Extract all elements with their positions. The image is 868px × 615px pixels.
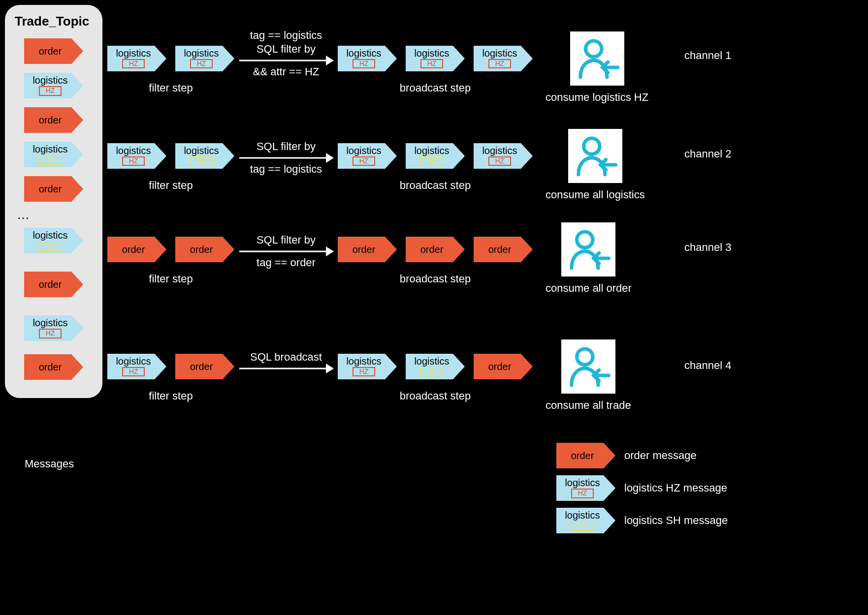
r2-bt2: logisticsSH — [406, 143, 465, 169]
r1-bt3: logisticsHZ — [474, 46, 533, 71]
r2-t2: logisticsSH — [175, 143, 234, 169]
tag-label: logistics — [32, 144, 67, 154]
tag-label: logistics — [32, 318, 67, 328]
r2-user: consume all logistics — [546, 129, 645, 202]
user-icon — [570, 31, 624, 86]
topic-title: Trade_Topic — [12, 14, 89, 29]
r1-user: consume logistics HZ — [546, 31, 648, 104]
tag-label: logistics — [32, 230, 67, 240]
r4-bt2: logisticsSH — [406, 354, 465, 379]
tag-label: order — [39, 46, 62, 56]
r3-bt1: order — [338, 237, 397, 262]
row-1: logisticsHZ logisticsHZ filter step SQL … — [107, 31, 648, 104]
ch4-label: channel 4 — [684, 359, 731, 372]
ch2-label: channel 2 — [684, 148, 731, 160]
ch1-label: channel 1 — [684, 49, 731, 62]
tag-label: order — [39, 362, 62, 372]
ellipsis: … — [12, 207, 30, 222]
svg-point-26 — [577, 232, 593, 247]
row1-broadcast-group: logisticsHZ logisticsHZ logisticsHZ broa… — [338, 41, 533, 94]
tag-sub: HZ — [39, 329, 62, 338]
messages-label: Messages — [25, 458, 74, 470]
topic-tag-logistics-sh-2: logisticsSH — [24, 228, 83, 253]
row-2: logisticsHZ logisticsSH filter step SQL … — [107, 129, 645, 202]
tag-label: logistics — [32, 75, 67, 85]
topic-tag-order-1: order — [24, 38, 83, 64]
r1-bt1: logisticsHZ — [338, 46, 397, 71]
ch3-label: channel 3 — [684, 241, 731, 254]
r1-bt2: logisticsHZ — [406, 46, 465, 71]
svg-point-20 — [583, 138, 599, 154]
r1-t1: logisticsHZ — [107, 46, 166, 71]
tag-label: order — [39, 279, 62, 289]
row-3: order order filter step SQL filter by ta… — [107, 222, 632, 295]
r2-bt3: logisticsHZ — [474, 143, 533, 169]
svg-point-14 — [585, 41, 601, 57]
topic-tag-logistics-hz-2: logisticsHZ — [24, 315, 83, 341]
topic-tag-order-5: order — [24, 354, 83, 380]
tag-sub: SH — [38, 241, 62, 250]
row-4: logisticsHZ order filter step SQL broadc… — [107, 339, 631, 412]
r3-t1: order — [107, 237, 166, 262]
row1-filter-group: logisticsHZ logisticsHZ filter step — [107, 41, 234, 94]
r1-filter-cap: filter step — [149, 82, 193, 94]
r1-broadcast-cap: broadcast step — [400, 82, 471, 94]
r4-t2: order — [175, 354, 234, 379]
topic-tag-order-2: order — [24, 107, 83, 133]
topic-tag-order-4: order — [24, 272, 83, 297]
r1-user-label: consume logistics HZ — [546, 91, 648, 104]
legend-order: order order message — [556, 443, 728, 468]
topic-tag-logistics-hz-1: logisticsHZ — [24, 73, 83, 98]
r4-t1: logisticsHZ — [107, 354, 166, 379]
legend-logistics-hz: logisticsHZ logistics HZ message — [556, 475, 728, 501]
r4-bt3: order — [474, 354, 533, 379]
r2-bt1: logisticsHZ — [338, 143, 397, 169]
user-icon — [561, 222, 615, 277]
legend: order order message logisticsHZ logistic… — [556, 443, 728, 533]
r3-bt2: order — [406, 237, 465, 262]
r1-arrow-cap1: SQL filter by — [257, 43, 316, 56]
svg-point-32 — [577, 349, 592, 365]
r1-arrow-cap3: && attr == HZ — [253, 65, 320, 78]
user-icon — [568, 129, 622, 183]
tag-label: order — [39, 115, 62, 125]
topic-box: Trade_Topic order logisticsHZ order logi… — [5, 5, 102, 398]
legend-text: logistics SH message — [624, 514, 728, 527]
legend-text: logistics HZ message — [624, 482, 727, 494]
tag-sub: HZ — [39, 86, 62, 95]
r3-t2: order — [175, 237, 234, 262]
r4-user: consume all trade — [546, 339, 631, 412]
r1-t2: logisticsHZ — [175, 46, 234, 71]
tag-sub: SH — [38, 155, 62, 164]
topic-tag-logistics-sh-1: logisticsSH — [24, 142, 83, 167]
r1-arrow-cap2: tag == logistics — [250, 29, 322, 42]
legend-logistics-sh: logisticsSH logistics SH message — [556, 508, 728, 533]
r2-t1: logisticsHZ — [107, 143, 166, 169]
user-icon — [561, 339, 615, 394]
diagram-canvas: Trade_Topic order logisticsHZ order logi… — [0, 0, 868, 615]
topic-tag-order-3: order — [24, 176, 83, 202]
r4-bt1: logisticsHZ — [338, 354, 397, 379]
r3-bt3: order — [474, 237, 533, 262]
legend-text: order message — [624, 449, 697, 462]
tag-label: order — [39, 184, 62, 194]
r3-user: consume all order — [546, 222, 632, 295]
